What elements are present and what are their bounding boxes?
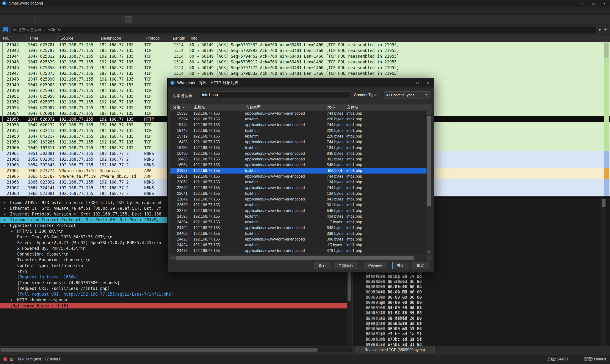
- resize-columns-icon[interactable]: [157, 16, 164, 23]
- object-row[interactable]: 15444 192.168.77.155 application/x-www-f…: [170, 122, 427, 128]
- detail-line[interactable]: [Time since request: 74.863701000 second…: [0, 280, 352, 286]
- expand-arrow-icon[interactable]: [11, 246, 17, 251]
- scrollbar-thumb[interactable]: [0, 348, 318, 351]
- column-header-hostname[interactable]: 主机名: [191, 104, 243, 111]
- column-header-info[interactable]: Info: [188, 35, 610, 42]
- column-header-size[interactable]: 大小: [325, 104, 344, 111]
- packet-row[interactable]: 21943 1047.625797 192.168.77.155 192.168…: [0, 48, 610, 53]
- packet-row[interactable]: 21947 1047.625875 192.168.77.155 192.168…: [0, 71, 610, 76]
- column-header-destination[interactable]: Destination: [98, 35, 143, 42]
- expand-arrow-icon[interactable]: [11, 280, 17, 286]
- object-row[interactable]: 22641 192.168.77.155 text/html 134 bytes…: [170, 191, 427, 196]
- find-packet-icon[interactable]: [73, 16, 80, 23]
- expand-arrow-icon[interactable]: ▶: [11, 228, 17, 234]
- column-header-content-type[interactable]: 内容类型: [243, 104, 325, 111]
- column-header-time[interactable]: Time: [26, 35, 58, 42]
- expand-arrow-icon[interactable]: [11, 268, 17, 274]
- next-packet-icon[interactable]: [89, 16, 96, 23]
- expand-arrow-icon[interactable]: [11, 291, 17, 297]
- save-all-button[interactable]: 全部保存: [334, 262, 358, 269]
- minimize-icon[interactable]: ─: [577, 0, 588, 7]
- scroll-right-icon[interactable]: ►: [427, 256, 431, 260]
- detail-line[interactable]: [Full request URI: http://192.168.77.155…: [0, 291, 352, 297]
- zoom-in-icon[interactable]: [133, 16, 140, 23]
- filter-bookmark-icon[interactable]: [3, 27, 8, 32]
- capture-options-icon[interactable]: [26, 16, 33, 23]
- expand-arrow-icon[interactable]: [11, 240, 17, 246]
- detail-line[interactable]: [Request URI: /sqlii/Less-7/info1.php]: [0, 286, 352, 291]
- scrollbar-thumb[interactable]: [602, 199, 606, 207]
- expand-arrow-icon[interactable]: [11, 263, 17, 268]
- status-profile[interactable]: 配置: Default: [584, 357, 606, 362]
- expand-arrow-icon[interactable]: [11, 234, 17, 240]
- object-row[interactable]: 16455 192.168.77.155 application/x-www-f…: [170, 139, 427, 145]
- expand-arrow-icon[interactable]: [4, 303, 10, 309]
- object-row[interactable]: 16456 192.168.77.155 text/html 134 bytes…: [170, 145, 427, 151]
- detail-horizontal-scrollbar[interactable]: [0, 347, 352, 352]
- object-row[interactable]: 22062 192.168.77.155 text/html 134 bytes…: [170, 179, 427, 185]
- dialog-maximize-icon[interactable]: □: [412, 78, 423, 88]
- packet-row[interactable]: 21944 1047.625812 192.168.77.155 192.168…: [0, 53, 610, 59]
- close-file-icon[interactable]: [54, 16, 61, 23]
- scrollbar-thumb[interactable]: [604, 43, 609, 58]
- first-packet-icon[interactable]: [105, 16, 113, 23]
- objects-horizontal-scrollbar[interactable]: ◄ ►: [170, 256, 431, 260]
- expand-arrow-icon[interactable]: ▼: [4, 223, 10, 228]
- scroll-down-icon[interactable]: ▼: [427, 250, 431, 254]
- detail-line[interactable]: ▶ HTTP chunked response: [0, 297, 352, 303]
- packet-list-scrollbar[interactable]: [604, 42, 609, 196]
- filter-history-arrow-icon[interactable]: ▾: [598, 27, 601, 32]
- add-filter-button-icon[interactable]: +: [604, 27, 607, 32]
- scrollbar-thumb[interactable]: [427, 116, 431, 207]
- open-file-icon[interactable]: [38, 16, 45, 23]
- object-row[interactable]: 24403 192.168.77.155 text/html 339 bytes…: [170, 231, 427, 236]
- previous-packet-icon[interactable]: [81, 16, 88, 23]
- close-button[interactable]: 关闭: [392, 262, 409, 269]
- expand-arrow-icon[interactable]: ▶: [4, 200, 10, 206]
- capture-file-properties-icon[interactable]: ▤: [10, 357, 13, 362]
- object-row[interactable]: 15394 192.168.77.155 text/html 220 bytes…: [170, 116, 427, 122]
- help-button[interactable]: 帮助: [412, 262, 429, 269]
- last-packet-icon[interactable]: [114, 16, 121, 23]
- dialog-close-icon[interactable]: ×: [423, 78, 434, 88]
- column-header-length[interactable]: Length: [170, 35, 188, 42]
- expand-arrow-icon[interactable]: ▶: [11, 297, 17, 303]
- maximize-icon[interactable]: □: [588, 0, 599, 7]
- stop-capture-icon[interactable]: [10, 16, 17, 23]
- save-file-icon[interactable]: [46, 16, 53, 23]
- bytes-vertical-scrollbar[interactable]: [601, 198, 606, 346]
- object-row[interactable]: 15393 192.168.77.155 application/x-www-f…: [170, 111, 427, 116]
- object-row[interactable]: 16564 192.168.77.155 application/x-www-f…: [170, 162, 427, 168]
- packet-row[interactable]: 21946 1047.625858 192.168.77.155 192.168…: [0, 65, 610, 71]
- zoom-reset-icon[interactable]: [149, 16, 156, 23]
- object-row[interactable]: 16480 192.168.77.155 application/x-www-f…: [170, 151, 427, 156]
- scrollbar-thumb[interactable]: [175, 256, 414, 260]
- detail-line[interactable]: [Request in frame: 16564]: [0, 274, 352, 280]
- start-capture-icon[interactable]: [2, 16, 9, 23]
- scroll-left-icon[interactable]: ◄: [170, 256, 174, 260]
- object-row[interactable]: 24393 192.168.77.155 text/html 434 bytes…: [170, 214, 427, 219]
- expand-arrow-icon[interactable]: [11, 286, 17, 291]
- expand-arrow-icon[interactable]: [11, 251, 17, 257]
- object-row[interactable]: 15445 192.168.77.155 text/html 220 bytes…: [170, 128, 427, 133]
- column-header-filename[interactable]: 文件名: [344, 104, 431, 111]
- text-filter-input[interactable]: info1.php: [200, 91, 350, 98]
- object-row[interactable]: 15719 192.168.77.155 text/html 220 bytes…: [170, 133, 427, 139]
- object-row[interactable]: 21955 192.168.77.155 text/html 5809 kB i…: [170, 168, 427, 173]
- object-row[interactable]: 22640 192.168.77.155 application/x-www-f…: [170, 185, 427, 191]
- object-row[interactable]: 22650 192.168.77.155 text/html 301 bytes…: [170, 202, 427, 208]
- restart-capture-icon[interactable]: [18, 16, 25, 23]
- object-row[interactable]: 24402 192.168.77.155 application/x-www-f…: [170, 225, 427, 231]
- expand-arrow-icon[interactable]: ▶: [4, 217, 10, 223]
- preview-button[interactable]: Preview: [364, 262, 386, 269]
- object-row[interactable]: 22061 192.168.77.155 application/x-www-f…: [170, 173, 427, 179]
- objects-vertical-scrollbar[interactable]: ▲ ▼: [427, 111, 431, 254]
- object-row[interactable]: 22776 192.168.77.155 application/x-www-f…: [170, 208, 427, 214]
- object-row[interactable]: 24475 192.168.77.155 application/x-www-f…: [170, 248, 427, 254]
- object-row[interactable]: 16483 192.168.77.155 application/x-www-f…: [170, 156, 427, 162]
- packet-row[interactable]: 21945 1047.625829 192.168.77.155 192.168…: [0, 59, 610, 65]
- zoom-out-icon[interactable]: [141, 16, 148, 23]
- column-header-source[interactable]: Source: [58, 35, 98, 42]
- content-type-select[interactable]: All Content-Types ▼: [384, 91, 430, 98]
- packet-row[interactable]: 21942 1047.625781 192.168.77.155 192.168…: [0, 42, 610, 48]
